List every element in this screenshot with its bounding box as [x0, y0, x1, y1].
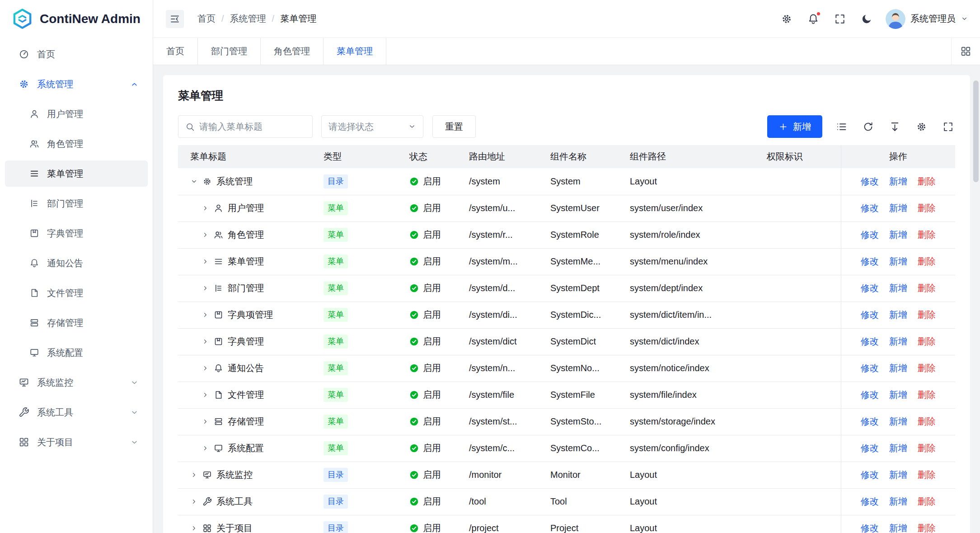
fullscreen-button[interactable]	[834, 13, 846, 25]
add-link[interactable]: 新增	[889, 282, 907, 294]
add-link[interactable]: 新增	[889, 175, 907, 188]
chevron-right-icon[interactable]	[190, 498, 198, 505]
delete-link[interactable]: 删除	[918, 495, 936, 508]
add-link[interactable]: 新增	[889, 495, 907, 508]
add-link[interactable]: 新增	[889, 469, 907, 481]
edit-link[interactable]: 修改	[861, 309, 879, 321]
export-button[interactable]	[887, 119, 902, 134]
chevron-right-icon[interactable]	[202, 418, 209, 425]
chevron-right-icon[interactable]	[202, 364, 209, 372]
delete-link[interactable]: 删除	[918, 522, 936, 533]
delete-link[interactable]: 删除	[918, 362, 936, 374]
add-link[interactable]: 新增	[889, 389, 907, 401]
sidebar-item-storage[interactable]: 存储管理	[5, 310, 148, 336]
delete-link[interactable]: 删除	[918, 229, 936, 241]
chevron-right-icon[interactable]	[190, 471, 198, 479]
edit-link[interactable]: 修改	[861, 522, 879, 533]
sidebar-item-dept[interactable]: 部门管理	[5, 190, 148, 217]
edit-link[interactable]: 修改	[861, 175, 879, 188]
dashboard-icon	[19, 49, 29, 60]
edit-link[interactable]: 修改	[861, 255, 879, 268]
delete-link[interactable]: 删除	[918, 389, 936, 401]
delete-link[interactable]: 删除	[918, 255, 936, 268]
chevron-right-icon[interactable]	[202, 444, 209, 452]
edit-link[interactable]: 修改	[861, 202, 879, 214]
add-link[interactable]: 新增	[889, 362, 907, 374]
add-link[interactable]: 新增	[889, 309, 907, 321]
chevron-right-icon[interactable]	[202, 231, 209, 239]
edit-link[interactable]: 修改	[861, 469, 879, 481]
delete-link[interactable]: 删除	[918, 335, 936, 348]
user-icon	[29, 109, 39, 119]
breadcrumb-item[interactable]: 系统管理	[230, 13, 266, 25]
chevron-right-icon[interactable]	[202, 204, 209, 212]
sidebar-item-system[interactable]: 系统管理	[5, 71, 148, 97]
search-input[interactable]: 请输入菜单标题	[178, 115, 313, 138]
edit-link[interactable]: 修改	[861, 389, 879, 401]
sidebar-item-monitor[interactable]: 系统监控	[5, 369, 148, 396]
user-menu[interactable]: 系统管理员	[886, 9, 968, 29]
add-link[interactable]: 新增	[889, 229, 907, 241]
column-settings-button[interactable]	[914, 119, 928, 134]
sidebar-item-role[interactable]: 角色管理	[5, 131, 148, 157]
chevron-right-icon[interactable]	[202, 258, 209, 265]
edit-link[interactable]: 修改	[861, 415, 879, 428]
page-scrollbar[interactable]	[973, 80, 979, 182]
edit-link[interactable]: 修改	[861, 229, 879, 241]
edit-link[interactable]: 修改	[861, 362, 879, 374]
tab-dept[interactable]: 部门管理	[198, 38, 261, 65]
check-circle-icon	[409, 470, 419, 480]
delete-link[interactable]: 删除	[918, 282, 936, 294]
delete-link[interactable]: 删除	[918, 175, 936, 188]
chevron-right-icon[interactable]	[202, 311, 209, 319]
delete-link[interactable]: 删除	[918, 469, 936, 481]
route-cell: /monitor	[457, 462, 538, 488]
add-link[interactable]: 新增	[889, 335, 907, 348]
add-button[interactable]: 新增	[767, 115, 822, 138]
sidebar-item-about[interactable]: 关于项目	[5, 429, 148, 455]
add-link[interactable]: 新增	[889, 442, 907, 454]
notifications-button[interactable]	[807, 13, 819, 25]
edit-link[interactable]: 修改	[861, 495, 879, 508]
status-select[interactable]: 请选择状态	[321, 115, 423, 138]
tab-menu[interactable]: 菜单管理	[324, 38, 386, 65]
delete-link[interactable]: 删除	[918, 442, 936, 454]
sidebar-item-config[interactable]: 系统配置	[5, 340, 148, 366]
refresh-button[interactable]	[861, 119, 875, 134]
chevron-right-icon[interactable]	[202, 338, 209, 345]
tab-role[interactable]: 角色管理	[261, 38, 324, 65]
sidebar-item-home[interactable]: 首页	[5, 41, 148, 67]
menu-title: 字典管理	[228, 335, 264, 348]
sidebar-item-menu[interactable]: 菜单管理	[5, 160, 148, 187]
add-link[interactable]: 新增	[889, 522, 907, 533]
chevron-down-icon	[408, 123, 416, 131]
tab-list-button[interactable]	[951, 38, 980, 65]
sidebar-item-file[interactable]: 文件管理	[5, 280, 148, 306]
view-list-button[interactable]	[834, 119, 849, 134]
sidebar-collapse-button[interactable]	[166, 10, 184, 28]
chevron-down-icon[interactable]	[190, 178, 198, 185]
sidebar-item-tool[interactable]: 系统工具	[5, 399, 148, 425]
reset-button[interactable]: 重置	[432, 115, 476, 138]
add-link[interactable]: 新增	[889, 255, 907, 268]
settings-button[interactable]	[781, 13, 792, 25]
tab-home[interactable]: 首页	[153, 38, 198, 65]
chevron-right-icon[interactable]	[190, 524, 198, 532]
chevron-right-icon[interactable]	[202, 284, 209, 292]
sidebar-item-dict[interactable]: 字典管理	[5, 220, 148, 246]
edit-link[interactable]: 修改	[861, 335, 879, 348]
delete-link[interactable]: 删除	[918, 202, 936, 214]
edit-link[interactable]: 修改	[861, 282, 879, 294]
edit-link[interactable]: 修改	[861, 442, 879, 454]
breadcrumb-item[interactable]: 首页	[197, 13, 216, 25]
delete-link[interactable]: 删除	[918, 415, 936, 428]
sidebar-item-notice[interactable]: 通知公告	[5, 250, 148, 276]
add-link[interactable]: 新增	[889, 415, 907, 428]
sidebar-item-user[interactable]: 用户管理	[5, 101, 148, 127]
chevron-right-icon[interactable]	[202, 391, 209, 399]
add-link[interactable]: 新增	[889, 202, 907, 214]
app-logo[interactable]: ContiNew Admin	[0, 0, 153, 38]
dark-mode-button[interactable]	[861, 13, 872, 25]
table-fullscreen-button[interactable]	[941, 119, 955, 134]
delete-link[interactable]: 删除	[918, 309, 936, 321]
